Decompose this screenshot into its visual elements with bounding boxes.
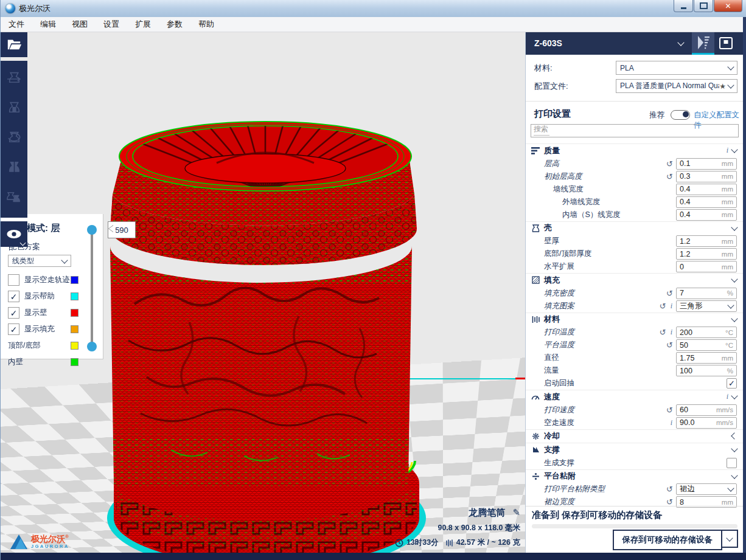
section-header-7[interactable]: 平台粘附	[526, 469, 743, 483]
legend-checkbox[interactable]: ✓	[8, 291, 19, 302]
section-title: 质量	[544, 145, 560, 156]
menu-item-1[interactable]: 编辑	[32, 17, 64, 32]
color-swatch	[71, 292, 78, 300]
info-icon[interactable]: i	[671, 328, 672, 337]
setting-input[interactable]: 60mm/s	[676, 404, 737, 416]
chevron-down-icon	[731, 472, 737, 479]
printer-select[interactable]: Z-603S	[534, 38, 678, 48]
section-title: 材料	[544, 314, 560, 325]
print-settings-title: 打印设置	[534, 108, 571, 120]
section-header-1[interactable]: 壳	[526, 221, 743, 235]
section-header-3[interactable]: 材料	[526, 313, 743, 327]
setting-input[interactable]: 1.2mm	[676, 248, 737, 260]
setting-input[interactable]: 90.0mm/s	[676, 417, 737, 429]
setting-select[interactable]: 三角形	[676, 300, 737, 312]
scale-tool[interactable]	[6, 101, 23, 118]
per-model-settings-tool[interactable]	[5, 190, 23, 207]
mirror-tool[interactable]	[6, 161, 23, 178]
layer-slider-top-handle[interactable]	[87, 225, 97, 235]
setting-checkbox[interactable]: ✓	[727, 378, 737, 389]
setting-checkbox[interactable]	[727, 458, 737, 468]
setting-row: 流量100%	[526, 364, 743, 377]
setting-input[interactable]: 200°C	[676, 327, 737, 338]
viewport-3d[interactable]: 视图模式: 层 配色方案 线类型 显示空走轨迹✓显示帮助✓显示壁✓显示填充顶部/…	[1, 32, 525, 553]
setting-label: 水平扩展	[526, 261, 574, 272]
minimize-button[interactable]	[674, 0, 693, 12]
reset-icon[interactable]: ↺	[666, 340, 673, 350]
setting-input[interactable]: 50°C	[676, 339, 737, 351]
reset-icon[interactable]: ↺	[666, 406, 673, 415]
setting-input[interactable]: 0.4mm	[676, 196, 737, 208]
reset-icon[interactable]: ↺	[666, 485, 673, 494]
section-header-4[interactable]: 速度i	[526, 390, 743, 404]
app-logo-icon	[5, 4, 15, 13]
menu-item-3[interactable]: 设置	[96, 17, 127, 32]
menu-item-6[interactable]: 帮助	[190, 17, 222, 32]
material-select[interactable]: PLA	[616, 61, 737, 75]
settings-panel: Z-603S 材料: PLA	[525, 32, 743, 553]
open-file-button[interactable]	[1, 32, 27, 57]
setting-input[interactable]: 0.3mm	[676, 171, 737, 182]
view-mode-button[interactable]	[1, 221, 27, 247]
info-icon[interactable]: i	[727, 146, 728, 155]
setting-row: 直径1.75mm	[526, 351, 743, 364]
menu-item-5[interactable]: 参数	[159, 17, 190, 32]
layer-slider-bottom-handle[interactable]	[87, 342, 97, 351]
save-to-removable-button[interactable]: 保存到可移动的存储设备	[613, 530, 723, 550]
layer-slider-track[interactable]	[91, 230, 93, 347]
reset-icon[interactable]: ↺	[660, 328, 666, 337]
reset-icon[interactable]: ↺	[666, 159, 673, 168]
chevron-down-icon	[727, 302, 734, 308]
setting-select[interactable]: 裙边	[676, 483, 737, 495]
close-button[interactable]: ✕	[714, 0, 742, 12]
legend-checkbox[interactable]: ✓	[8, 307, 19, 319]
legend-checkbox[interactable]	[8, 274, 19, 286]
setting-label: 壁厚	[526, 236, 559, 246]
app-window: 极光尔沃 ✕ 文件编辑视图设置扩展参数帮助	[0, 0, 746, 560]
move-tool[interactable]	[6, 71, 23, 88]
section-header-0[interactable]: 质量i	[526, 143, 743, 157]
setting-input[interactable]: 1.75mm	[676, 352, 737, 364]
recommended-custom-toggle[interactable]	[671, 110, 690, 120]
section-header-6[interactable]: 支撑	[526, 443, 743, 457]
setting-input[interactable]: 0mm	[676, 261, 737, 272]
menu-item-4[interactable]: 扩展	[127, 17, 159, 32]
chevron-down-icon	[731, 315, 737, 322]
setting-input[interactable]: 100%	[676, 365, 737, 376]
profile-label: 配置文件:	[534, 81, 568, 92]
color-swatch	[71, 276, 78, 284]
preview-stage-button[interactable]	[692, 32, 714, 55]
setting-input[interactable]: 0.4mm	[676, 184, 737, 195]
legend-checkbox[interactable]: ✓	[8, 323, 19, 335]
menu-bar: 文件编辑视图设置扩展参数帮助	[1, 17, 746, 32]
section-header-2[interactable]: 填充	[526, 273, 743, 287]
color-scheme-select[interactable]: 线类型	[8, 255, 71, 267]
profile-select[interactable]: PLA 普通质量(PLA Normal Qua ★	[616, 79, 737, 93]
reset-icon[interactable]: ↺	[666, 289, 673, 298]
section-header-5[interactable]: 冷却	[526, 429, 743, 443]
reset-icon[interactable]: ↺	[660, 302, 666, 311]
settings-search-input[interactable]: 搜索	[531, 124, 739, 137]
legend-label: 内壁	[8, 357, 71, 367]
chevron-down-icon	[61, 257, 68, 263]
maximize-button[interactable]	[694, 0, 713, 12]
setting-input[interactable]: 0.1mm	[676, 158, 737, 170]
info-icon[interactable]: i	[671, 418, 672, 427]
save-options-dropdown[interactable]	[722, 530, 738, 548]
reset-icon[interactable]: ↺	[666, 172, 673, 181]
monitor-stage-button[interactable]	[714, 32, 737, 55]
rotate-tool[interactable]	[6, 131, 23, 148]
info-icon[interactable]: i	[727, 392, 728, 401]
setting-input[interactable]: 0.4mm	[676, 209, 737, 221]
window-title: 极光尔沃	[19, 3, 51, 14]
model-3d[interactable]	[98, 109, 430, 553]
monitor-stage-icon	[718, 35, 734, 51]
info-icon[interactable]: i	[671, 302, 672, 311]
edit-name-icon[interactable]: ✎	[512, 507, 520, 517]
legend-label: 显示填充	[24, 324, 71, 334]
setting-input[interactable]: 7%	[676, 288, 737, 299]
setting-input[interactable]: 1.2mm	[676, 235, 737, 247]
menu-item-0[interactable]: 文件	[1, 17, 32, 32]
menu-item-2[interactable]: 视图	[64, 17, 96, 32]
reset-icon[interactable]: ↺	[666, 497, 673, 506]
